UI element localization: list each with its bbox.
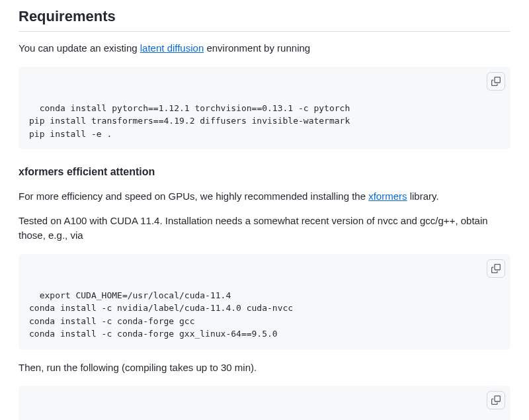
- xformers-subheading: xformers efficient attention: [19, 164, 510, 180]
- intro-text-after: environment by running: [204, 42, 310, 54]
- intro-text-before: You can update an existing: [19, 42, 140, 54]
- xformers-paragraph: For more efficiency and speed on GPUs, w…: [19, 189, 510, 204]
- code-block-install: conda install pytorch==1.12.1 torchvisio…: [19, 67, 510, 150]
- copy-icon: [491, 396, 501, 405]
- code-block-compile: cd .. git clone https://github.com/faceb…: [19, 386, 510, 420]
- copy-icon: [491, 264, 501, 273]
- tested-paragraph: Tested on A100 with CUDA 11.4. Installat…: [19, 214, 510, 243]
- p2-text-after: library.: [407, 190, 439, 202]
- copy-button[interactable]: [487, 391, 505, 409]
- latent-diffusion-link[interactable]: latent diffusion: [140, 42, 204, 54]
- p2-text-before: For more efficiency and speed on GPUs, w…: [19, 190, 368, 202]
- copy-button[interactable]: [487, 72, 505, 91]
- copy-icon: [491, 77, 501, 86]
- code-block-cuda: export CUDA_HOME=/usr/local/cuda-11.4 co…: [19, 254, 510, 350]
- then-paragraph: Then, run the following (compiling takes…: [19, 360, 510, 376]
- code-content: export CUDA_HOME=/usr/local/cuda-11.4 co…: [29, 290, 293, 339]
- code-content: conda install pytorch==1.12.1 torchvisio…: [29, 103, 350, 139]
- requirements-heading: Requirements: [19, 5, 510, 32]
- intro-paragraph: You can update an existing latent diffus…: [19, 41, 510, 56]
- xformers-link[interactable]: xformers: [368, 190, 407, 202]
- copy-button[interactable]: [487, 259, 505, 278]
